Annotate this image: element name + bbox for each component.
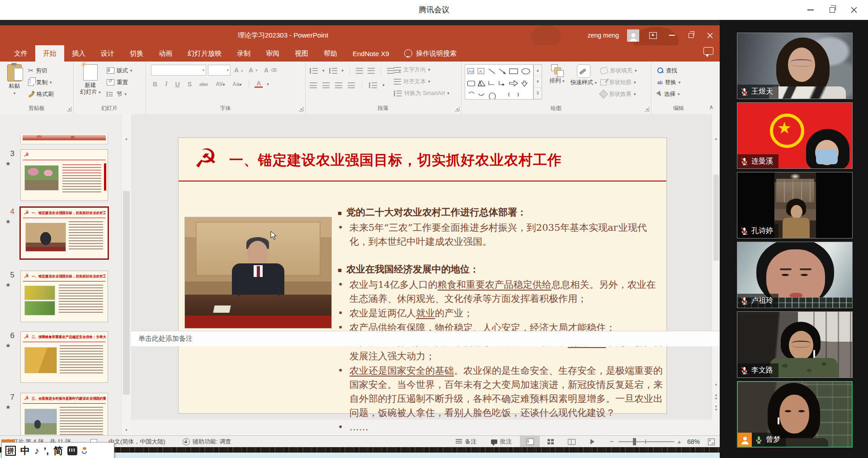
account-avatar[interactable] <box>627 29 639 42</box>
paste-button[interactable]: 粘贴▾ <box>3 64 26 97</box>
zoom-slider-track[interactable] <box>618 441 675 442</box>
copy-button[interactable]: 复制▾ <box>28 77 52 88</box>
zoom-percentage[interactable]: 68% <box>687 436 700 447</box>
slide-body-text[interactable]: ■党的二十大对农业农村工作进行总体部署：•未来5年“三农”工作要全面推进乡村振兴… <box>338 204 665 435</box>
ime-key-1[interactable]: 拼 <box>5 446 16 456</box>
scroll-up-icon[interactable]: ▴ <box>712 134 720 143</box>
shapes-gallery[interactable]: A≡ A <box>465 64 533 100</box>
select-button[interactable]: 选择▾ <box>657 89 680 100</box>
scroll-up-icon[interactable]: ▴ <box>122 134 131 143</box>
slide-title[interactable]: 一、锚定建设农业强国目标，切实抓好农业农村工作 <box>229 151 562 170</box>
shadow-button[interactable]: S <box>186 81 193 88</box>
previous-slide-icon[interactable]: ▴▴ <box>712 392 720 401</box>
font-dialog-launcher-icon[interactable] <box>299 107 303 111</box>
participant-tile-王煜天[interactable]: 王煜天 <box>737 33 853 99</box>
slide-thumbnail-3[interactable]: ☭ <box>20 149 108 201</box>
slide-sorter-view-button[interactable] <box>541 436 561 447</box>
animation-star-icon[interactable]: ★ <box>5 218 11 225</box>
replace-button[interactable]: ab替换▾ <box>657 77 680 88</box>
change-case-button[interactable]: Aa▾ <box>231 81 243 87</box>
ppt-close-button[interactable] <box>704 30 715 41</box>
shape-fill-button[interactable]: 形状填充▾ <box>600 65 637 76</box>
slide-thumbnail-7[interactable]: ☭三、全面推进乡村振兴是新时代建设农业强国的重要任务 <box>20 393 108 435</box>
thumbnail-scroll-thumb[interactable] <box>123 191 130 395</box>
shapes-gallery-scrollbar[interactable]: ▴ ▾ ⊽ <box>533 64 542 100</box>
align-text-button[interactable]: 对齐文本▾ <box>394 76 430 87</box>
cut-button[interactable]: ✂剪切 <box>28 65 47 76</box>
ime-toolbar[interactable]: 拼中♪’,简 <box>1 442 114 458</box>
section-button[interactable]: 节▾ <box>107 89 127 100</box>
comments-toggle-button[interactable]: 批注 <box>491 436 512 447</box>
clear-formatting-button[interactable]: A⌫ <box>264 65 277 76</box>
participant-tile-连曼溪[interactable]: ★连曼溪 <box>737 102 853 169</box>
font-name-combobox[interactable]: ▾ <box>151 65 206 76</box>
shapes-more-icon[interactable]: ⊽ <box>534 88 542 99</box>
slide-thumbnail-5[interactable]: ☭一、锚定建设农业强国目标，切实抓好农业农村工作 <box>20 271 108 322</box>
underline-button[interactable]: U <box>174 81 182 88</box>
normal-view-button[interactable] <box>520 436 540 447</box>
slide-scrollbar[interactable]: ▴ ▾ ▴▴ ▾▾ <box>712 114 720 420</box>
fit-to-window-button[interactable] <box>708 436 715 447</box>
tab-审阅[interactable]: 审阅 <box>258 45 287 62</box>
meeting-minimize-button[interactable] <box>806 5 816 15</box>
slide-scroll-thumb[interactable] <box>713 175 719 261</box>
arrange-button[interactable]: 排列 ▾ <box>545 64 569 85</box>
tab-帮助[interactable]: 帮助 <box>316 45 345 62</box>
zoom-slider-thumb[interactable] <box>633 438 636 445</box>
participant-tile-曾梦[interactable]: 曾梦 <box>737 381 853 448</box>
slide-thumbnail-4[interactable]: ☭一、锚定建设农业强国目标，切实抓好农业农村工作 <box>19 206 109 260</box>
character-spacing-button[interactable]: AV▾ <box>214 81 226 87</box>
accessibility-status[interactable]: 辅助功能: 调查 <box>183 436 231 447</box>
shape-effects-button[interactable]: 形状效果▾ <box>600 89 636 100</box>
participant-tile-孔诗婷[interactable]: 孔诗婷 <box>737 172 853 239</box>
meeting-close-button[interactable] <box>849 5 859 15</box>
smartart-button[interactable]: 转换为 SmartArt▾ <box>394 88 449 99</box>
account-name[interactable]: zeng meng <box>588 32 619 39</box>
tab-幻灯片放映[interactable]: 幻灯片放映 <box>180 45 229 62</box>
ime-mode-icons[interactable] <box>82 447 87 454</box>
tab-文件[interactable]: 文件 <box>6 45 35 62</box>
tab-切换[interactable]: 切换 <box>122 45 151 62</box>
tab-视图[interactable]: 视图 <box>287 45 316 62</box>
next-slide-icon[interactable]: ▾▾ <box>712 404 720 413</box>
animation-star-icon[interactable]: ★ <box>5 281 11 288</box>
drawing-dialog-launcher-icon[interactable] <box>645 107 649 111</box>
shapes-scroll-up-icon[interactable]: ▴ <box>534 65 542 76</box>
slide-photo[interactable] <box>184 217 332 329</box>
tab-动画[interactable]: 动画 <box>151 45 180 62</box>
shapes-scroll-down-icon[interactable]: ▾ <box>534 76 542 87</box>
paragraph-dialog-launcher-icon[interactable] <box>455 107 459 111</box>
slide-thumbnail-6[interactable]: ☭二、保障粮食和重要农产品稳定安全供给：头等大事 <box>20 331 108 383</box>
layout-button[interactable]: 版式▾ <box>107 65 132 76</box>
bold-button[interactable]: B <box>151 81 159 88</box>
align-right-icon[interactable] <box>335 82 342 88</box>
thumbnail-scrollbar[interactable]: ▴ ▾ <box>121 114 132 435</box>
ime-key-2[interactable]: 中 <box>20 446 30 456</box>
collapse-ribbon-icon[interactable]: ∧ <box>709 104 713 110</box>
notes-placeholder[interactable]: 单击此处添加备注 <box>138 334 193 343</box>
ime-keyboard-icon[interactable] <box>67 446 77 455</box>
scroll-down-icon[interactable]: ▾ <box>122 425 131 434</box>
tab-设计[interactable]: 设计 <box>93 45 122 62</box>
tab-开始[interactable]: 开始 <box>35 45 64 62</box>
align-center-icon[interactable] <box>322 82 330 88</box>
format-painter-button[interactable]: 格式刷 <box>28 89 54 100</box>
tell-me-search[interactable]: 操作说明搜索 <box>397 45 464 62</box>
notes-pane[interactable]: 单击此处添加备注 <box>131 331 720 346</box>
language-status[interactable]: 中文(简体，中国大陆) <box>108 436 165 447</box>
zoom-out-button[interactable]: − <box>609 436 613 447</box>
line-spacing-icon[interactable] <box>387 68 394 74</box>
font-color-button[interactable]: A <box>255 81 263 88</box>
bullets-icon[interactable] <box>310 68 318 74</box>
ime-key-3[interactable]: ♪ <box>34 446 39 456</box>
increase-indent-icon[interactable] <box>368 68 375 74</box>
ime-key-4[interactable]: ’, <box>44 446 49 456</box>
font-size-combobox[interactable]: ▾ <box>208 65 231 76</box>
comments-bubble-icon[interactable] <box>703 47 713 55</box>
scroll-down-icon[interactable]: ▾ <box>712 380 720 389</box>
reading-view-button[interactable] <box>561 436 581 447</box>
tab-插入[interactable]: 插入 <box>64 45 93 62</box>
tab-录制[interactable]: 录制 <box>229 45 258 62</box>
strikethrough-button[interactable]: abc <box>198 81 210 87</box>
slide-2-partial-thumbnail[interactable] <box>20 134 108 144</box>
